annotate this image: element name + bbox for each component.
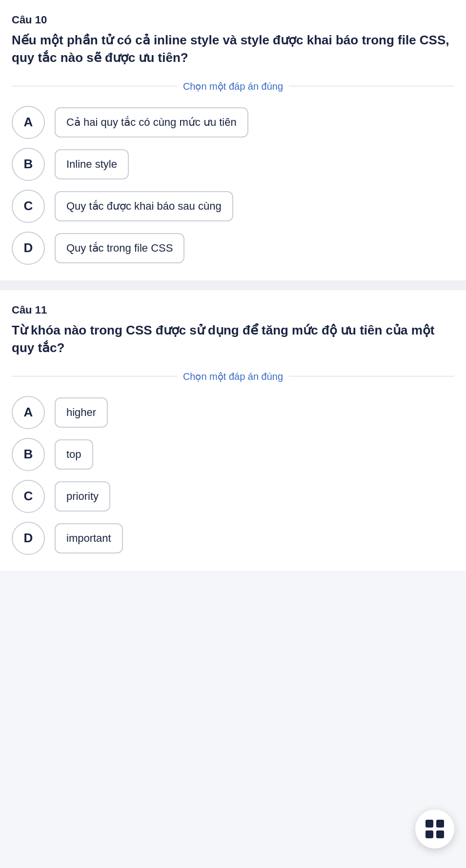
option-10-c-row: C Quy tắc được khai báo sau cùng bbox=[12, 190, 454, 223]
option-11-c-letter[interactable]: C bbox=[12, 480, 45, 513]
question-11-divider: Chọn một đáp án đúng bbox=[12, 371, 454, 382]
question-10-block: Câu 10 Nếu một phần tử có cả inline styl… bbox=[0, 0, 466, 280]
option-10-a-row: A Cả hai quy tắc có cùng mức ưu tiên bbox=[12, 106, 454, 139]
option-11-d-letter[interactable]: D bbox=[12, 522, 45, 555]
question-10-options: A Cả hai quy tắc có cùng mức ưu tiên B I… bbox=[12, 106, 454, 265]
section-divider bbox=[0, 280, 466, 290]
divider-line-left bbox=[12, 86, 177, 86]
divider-label-text-11: Chọn một đáp án đúng bbox=[183, 371, 283, 382]
option-11-a-row: A higher bbox=[12, 396, 454, 429]
option-10-a-letter[interactable]: A bbox=[12, 106, 45, 139]
option-11-a-letter[interactable]: A bbox=[12, 396, 45, 429]
option-10-b-row: B Inline style bbox=[12, 148, 454, 181]
divider-line-right bbox=[289, 86, 454, 86]
option-10-d-letter[interactable]: D bbox=[12, 232, 45, 265]
option-10-d-row: D Quy tắc trong file CSS bbox=[12, 232, 454, 265]
option-10-c-letter[interactable]: C bbox=[12, 190, 45, 223]
option-10-b-text[interactable]: Inline style bbox=[55, 149, 129, 179]
option-11-d-text[interactable]: important bbox=[55, 523, 123, 553]
option-10-c-text[interactable]: Quy tắc được khai báo sau cùng bbox=[55, 191, 233, 221]
divider-label-text: Chọn một đáp án đúng bbox=[183, 80, 283, 92]
question-11-number: Câu 11 bbox=[12, 304, 454, 316]
grid-icon bbox=[425, 820, 444, 838]
option-10-a-text[interactable]: Cả hai quy tắc có cùng mức ưu tiên bbox=[55, 107, 248, 138]
option-11-d-row: D important bbox=[12, 522, 454, 555]
question-10-number: Câu 10 bbox=[12, 14, 454, 26]
question-10-divider: Chọn một đáp án đúng bbox=[12, 80, 454, 92]
option-10-b-letter[interactable]: B bbox=[12, 148, 45, 181]
option-11-c-text[interactable]: priority bbox=[55, 481, 110, 512]
option-11-c-row: C priority bbox=[12, 480, 454, 513]
option-10-d-text[interactable]: Quy tắc trong file CSS bbox=[55, 233, 184, 263]
question-11-block: Câu 11 Từ khóa nào trong CSS được sử dụn… bbox=[0, 290, 466, 571]
option-11-b-text[interactable]: top bbox=[55, 439, 93, 470]
option-11-b-letter[interactable]: B bbox=[12, 438, 45, 471]
question-10-text: Nếu một phần tử có cả inline style và st… bbox=[12, 31, 454, 67]
question-11-options: A higher B top C priority D important bbox=[12, 396, 454, 555]
option-11-b-row: B top bbox=[12, 438, 454, 471]
divider-line-left-11 bbox=[12, 376, 177, 376]
option-11-a-text[interactable]: higher bbox=[55, 397, 108, 428]
question-11-text: Từ khóa nào trong CSS được sử dụng để tă… bbox=[12, 321, 454, 357]
fab-grid-button[interactable] bbox=[415, 809, 454, 848]
divider-line-right-11 bbox=[289, 376, 454, 376]
